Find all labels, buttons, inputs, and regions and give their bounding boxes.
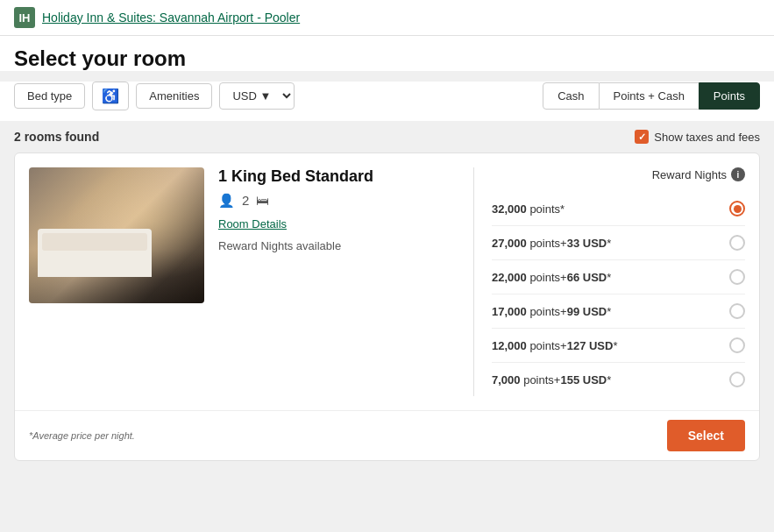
price-text-5: 7,000 points+155 USD*	[492, 373, 611, 387]
room-image	[29, 167, 204, 303]
page-title-section: Select your room	[0, 36, 774, 71]
room-image-container	[29, 167, 204, 396]
reward-nights-label: Reward Nights i	[492, 167, 745, 181]
info-icon[interactable]: i	[731, 167, 745, 181]
currency-select[interactable]: USD ▼ EUR GBP	[219, 82, 295, 110]
room-info: 1 King Bed Standard 👤 2 🛏 Room Details R…	[218, 167, 459, 396]
results-count: 2 rooms found	[14, 130, 99, 144]
hotel-logo: IH	[14, 7, 35, 28]
tab-cash[interactable]: Cash	[543, 82, 599, 110]
dot-3[interactable]	[118, 383, 124, 389]
results-bar: 2 rooms found Show taxes and fees	[0, 121, 774, 153]
radio-option-1[interactable]	[729, 235, 745, 251]
radio-option-4[interactable]	[729, 337, 745, 353]
page-wrapper: IH Holiday Inn & Suites: Savannah Airpor…	[0, 0, 774, 532]
price-text-3: 17,000 points+99 USD*	[492, 305, 611, 318]
room-icons: 👤 2 🛏	[218, 193, 459, 209]
bed-shape	[38, 229, 152, 277]
hotel-name-link[interactable]: Holiday Inn & Suites: Savannah Airport -…	[42, 11, 300, 25]
show-taxes-checkbox[interactable]	[635, 130, 649, 144]
price-tabs: Cash Points + Cash Points	[543, 82, 760, 110]
radio-option-2[interactable]	[729, 269, 745, 285]
price-text-1: 27,000 points+33 USD*	[492, 237, 611, 250]
price-text-0: 32,000 points*	[492, 202, 565, 216]
room-pricing: Reward Nights i 32,000 points* 27,000 po…	[473, 167, 745, 396]
room-card-inner: 1 King Bed Standard 👤 2 🛏 Room Details R…	[15, 153, 759, 410]
price-option-4: 12,000 points+127 USD*	[492, 329, 745, 363]
reward-nights-available: Reward Nights available	[218, 239, 459, 252]
guest-icon: 👤	[218, 193, 235, 209]
room-card: 1 King Bed Standard 👤 2 🛏 Room Details R…	[14, 153, 760, 461]
dot-1[interactable]	[99, 383, 105, 389]
bed-icon: 🛏	[256, 193, 269, 209]
dot-2[interactable]	[109, 383, 115, 389]
price-option-1: 27,000 points+33 USD*	[492, 226, 745, 260]
guest-count: 2	[242, 193, 249, 209]
price-option-0: 32,000 points*	[492, 192, 745, 226]
bed-type-button[interactable]: Bed type	[14, 83, 85, 109]
room-card-footer: *Average price per night. Select	[15, 410, 759, 460]
show-taxes-label: Show taxes and fees	[654, 131, 760, 144]
radio-option-3[interactable]	[729, 303, 745, 319]
dot-4[interactable]	[128, 383, 134, 389]
page-title: Select your room	[14, 46, 760, 71]
room-details-link[interactable]: Room Details	[218, 217, 459, 231]
hotel-header: IH Holiday Inn & Suites: Savannah Airpor…	[0, 0, 774, 36]
show-taxes-section: Show taxes and fees	[635, 130, 760, 144]
price-text-2: 22,000 points+66 USD*	[492, 271, 611, 284]
room-name: 1 King Bed Standard	[218, 167, 459, 186]
price-option-3: 17,000 points+99 USD*	[492, 294, 745, 329]
accessibility-button[interactable]: ♿	[92, 82, 129, 110]
room-image-dots	[99, 383, 134, 389]
radio-option-0[interactable]	[729, 201, 745, 216]
tab-points[interactable]: Points	[699, 82, 760, 110]
avg-price-note: *Average price per night.	[29, 430, 135, 441]
price-text-4: 12,000 points+127 USD*	[492, 339, 617, 352]
select-button[interactable]: Select	[667, 420, 745, 451]
radio-option-5[interactable]	[729, 372, 745, 387]
price-option-5: 7,000 points+155 USD*	[492, 363, 745, 396]
price-option-2: 22,000 points+66 USD*	[492, 260, 745, 294]
filter-bar: Bed type ♿ Amenities USD ▼ EUR GBP Cash …	[0, 82, 774, 121]
amenities-button[interactable]: Amenities	[136, 83, 212, 109]
tab-points-cash[interactable]: Points + Cash	[600, 82, 699, 110]
filter-left: Bed type ♿ Amenities USD ▼ EUR GBP	[14, 82, 295, 110]
